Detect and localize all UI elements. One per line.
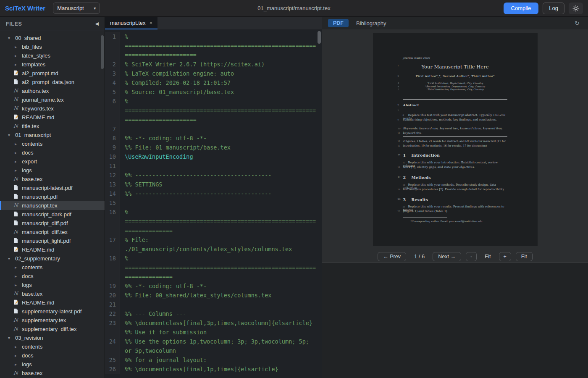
file-tree-item[interactable]: ▾ ▸ N README.md [0,298,105,307]
file-tree-item[interactable]: ▾ ▸ N 01_manuscript [0,131,105,139]
tex-file-icon: N [13,291,18,297]
code-line[interactable]: 22 %% --- Columns --- [105,309,322,318]
file-tree-item[interactable]: ▾ ▸ N contents [0,263,105,272]
file-tree-item[interactable]: ▾ ▸ N keywords.tex [0,104,105,113]
code-line[interactable]: 24 %% Use the options 1p,twocolumn; 3p; … [105,337,322,355]
file-tree-item[interactable]: ▾ ▸ N ai2_prompt.md [0,69,105,78]
pdf-line-text: 3 Results [403,197,507,202]
file-tree-item[interactable]: ▾ ▸ N 02_supplementary [0,254,105,263]
file-tree-item[interactable]: ▾ ▸ N supplementary_diff.tex [0,325,105,333]
file-tree-item[interactable]: ▾ ▸ N README.md [0,113,105,122]
editor-tab-manuscript[interactable]: manuscript.tex × [105,17,158,29]
file-tree-item[interactable]: ▾ ▸ N manuscript_dark.pdf [0,210,105,219]
prev-page-button[interactable]: ← Prev [378,252,406,261]
file-tree-item[interactable]: ▾ ▸ N manuscript_diff.pdf [0,219,105,228]
tab-pdf[interactable]: PDF [328,19,349,27]
code-line[interactable]: 10 \UseRawInputEncoding [105,152,322,161]
folder-collapsed-icon: ▸ [15,168,17,173]
code-line[interactable]: 8 %% -*- coding: utf-8 -*- [105,134,322,143]
file-tree-item[interactable]: ▾ ▸ N README.md [0,245,105,254]
file-tree-item[interactable]: ▾ ▸ N contents [0,342,105,351]
file-name: manuscript-latest.pdf [22,185,73,191]
next-page-button[interactable]: Next → [433,252,461,261]
tab-bibliography[interactable]: Bibliography [356,20,386,26]
code-line[interactable]: 15 [105,198,322,207]
code-area[interactable]: 1 % ====================================… [105,29,322,378]
file-tree-item[interactable]: ▾ ▸ N manuscript-latest.pdf [0,184,105,192]
file-tree-item[interactable]: ▾ ▸ N ai2_prompt_data.json [0,78,105,87]
code-line[interactable]: 23 %% \documentclass[final,3p,times,twoc… [105,318,322,337]
code-line[interactable]: 21 [105,300,322,309]
pdf-line: 11 keyword five [403,131,507,135]
file-tree-item[interactable]: ▾ ▸ N base.tex [0,175,105,184]
code-line[interactable]: 11 [105,161,322,171]
code-line[interactable]: 13 %% SETTINGS [105,180,322,189]
log-button[interactable]: Log [543,3,564,14]
code-line[interactable]: 16 % ===================================… [105,207,322,235]
file-tree-item[interactable]: ▾ ▸ N logs [0,166,105,175]
file-tree-item[interactable]: ▾ ▸ N templates [0,60,105,69]
file-name: manuscript.tex [22,202,58,209]
zoom-in-button[interactable]: + [499,252,511,261]
pdf-margin-line-number: 17 [398,176,401,178]
code-line[interactable]: 17 % File: ./01_manuscript/contents/late… [105,235,322,254]
code-line[interactable]: 5 % Source: 01_manuscript/base.tex [105,87,322,97]
file-tree-item[interactable]: ▾ ▸ N manuscript.tex [0,201,105,210]
file-tree-item[interactable]: ▾ ▸ N logs [0,360,105,369]
zoom-level: Fit [481,253,494,260]
file-tree-item[interactable]: ▾ ▸ N bib_files [0,42,105,51]
file-tree-item[interactable]: ▾ ▸ N manuscript_light.pdf [0,236,105,245]
file-tree-item[interactable]: ▾ ▸ N title.tex [0,122,105,131]
file-tree-item[interactable]: ▾ ▸ N manuscript.pdf [0,192,105,201]
file-tree-item[interactable]: ▾ ▸ N base.tex [0,369,105,378]
editor-scrollbar[interactable] [318,31,321,44]
document-selector[interactable]: Manuscript ▾ [53,3,100,14]
file-tree-item[interactable]: ▾ ▸ N latex_styles [0,51,105,60]
code-line[interactable]: 4 % Compiled: 2026-02-18 21:01:57 [105,78,322,87]
code-line[interactable]: 12 %% ----------------------------------… [105,171,322,180]
collapse-sidebar-button[interactable]: ◀ [95,21,99,26]
file-tree-item[interactable]: ▾ ▸ N authors.tex [0,87,105,95]
pdf-margin-line-number: 13 [398,144,400,147]
code-line[interactable]: 7 [105,124,322,134]
code-line[interactable]: 19 %% -*- coding: utf-8 -*- [105,281,322,291]
file-tree-item[interactable]: ▾ ▸ N journal_name.tex [0,95,105,104]
code-line[interactable]: 14 %% ----------------------------------… [105,189,322,198]
pdf-viewer: Journal Name Here 1 Your Manuscript Titl… [322,29,588,250]
refresh-icon[interactable]: ↻ [575,20,580,26]
code-line[interactable]: 18 % ===================================… [105,254,322,281]
folder-collapsed-icon: ▸ [15,353,17,358]
file-tree-item[interactable]: ▾ ▸ N docs [0,351,105,360]
file-tree-item[interactable]: ▾ ▸ N docs [0,148,105,157]
code-line[interactable]: 3 % LaTeX compilation engine: auto [105,69,322,78]
file-tree-item[interactable]: ▾ ▸ N export [0,157,105,166]
file-tree-item[interactable]: ▾ ▸ N supplementary-latest.pdf [0,307,105,316]
file-tree-item[interactable]: ▾ ▸ N 03_revision [0,333,105,342]
code-line[interactable]: 2 % SciTeX Writer 2.6.7 (https://scitex.… [105,60,322,69]
code-line[interactable]: 25 %% for a journal layout: [105,355,322,365]
line-content: % ======================================… [120,207,322,235]
code-line[interactable]: 20 %% File: 00_shared/latex_styles/colum… [105,291,322,300]
file-name: logs [22,282,32,288]
zoom-out-button[interactable]: - [466,252,477,261]
file-tree-item[interactable]: ▾ ▸ N manuscript_diff.tex [0,228,105,236]
document-selector-value: Manuscript [57,5,84,11]
close-tab-icon[interactable]: × [150,20,153,26]
code-line[interactable]: 6 % ====================================… [105,97,322,124]
fit-button[interactable]: Fit [516,252,533,261]
file-tree-item[interactable]: ▾ ▸ N contents [0,139,105,148]
code-line[interactable]: 9 %% File: 01_manuscript/base.tex [105,143,322,152]
sidebar-scrollbar[interactable] [101,35,104,69]
folder-expanded-icon: ▾ [8,133,10,137]
file-tree-item[interactable]: ▾ ▸ N docs [0,272,105,281]
pdf-line: 3 ᵃFirst Institution, Department, City, … [403,81,507,84]
code-line[interactable]: 26 %% \documentclass[final,1p,times]{els… [105,365,322,374]
file-tree-item[interactable]: ▾ ▸ N supplementary.tex [0,316,105,325]
file-name: README.md [22,114,54,121]
file-tree-item[interactable]: ▾ ▸ N base.tex [0,289,105,298]
file-tree-item[interactable]: ▾ ▸ N logs [0,281,105,289]
code-line[interactable]: 1 % ====================================… [105,32,322,60]
file-tree-item[interactable]: ▾ ▸ N 00_shared [0,34,105,42]
compile-button[interactable]: Compile [504,3,539,14]
theme-toggle-button[interactable] [569,3,583,14]
